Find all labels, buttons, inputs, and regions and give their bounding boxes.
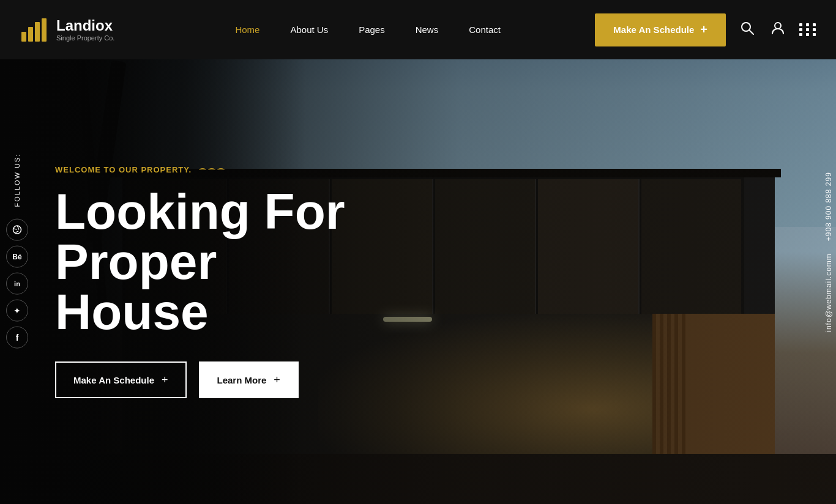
nav-home[interactable]: Home — [235, 24, 259, 35]
grid-dot — [806, 28, 809, 31]
social-facebook-icon[interactable]: f — [6, 326, 28, 348]
nav-news[interactable]: News — [416, 24, 439, 35]
email-address: info@webmail.comm — [821, 250, 836, 335]
hero-learn-label: Learn More — [217, 375, 267, 385]
header-right: Make An Schedule + — [595, 13, 818, 46]
hero-buttons: Make An Schedule + Learn More + — [55, 361, 345, 398]
header-cta-label: Make An Schedule — [613, 24, 694, 35]
logo-icon — [18, 15, 49, 45]
logo-text: Landiox Single Property Co. — [56, 18, 114, 41]
grid-dot — [799, 28, 802, 31]
svg-point-7 — [13, 226, 21, 234]
grid-dot — [813, 33, 816, 36]
grid-dot — [799, 23, 802, 26]
grid-dot — [806, 33, 809, 36]
grid-dot — [813, 28, 816, 31]
grid-icon-dots — [799, 23, 818, 36]
hero-title: Looking For Proper House — [55, 187, 345, 337]
tagline-text: WELCOME TO OUR PROPERTY. — [55, 165, 192, 174]
nav-about[interactable]: About Us — [290, 24, 328, 35]
hero-title-line3: House — [55, 284, 209, 339]
hero-text-block: WELCOME TO OUR PROPERTY. Looking For Pro… — [55, 165, 345, 398]
svg-rect-3 — [42, 18, 47, 42]
grid-dot — [806, 23, 809, 26]
grid-icon[interactable] — [799, 23, 818, 36]
svg-line-5 — [749, 30, 753, 34]
hero-learn-plus: + — [274, 374, 280, 387]
brand-name: Landiox — [56, 18, 114, 34]
hero-content: WELCOME TO OUR PROPERTY. Looking For Pro… — [0, 59, 836, 504]
grid-dot — [799, 33, 802, 36]
phone-number: +908 900 888 299 — [821, 169, 836, 244]
header: Landiox Single Property Co. Home About U… — [0, 0, 836, 59]
nav-pages[interactable]: Pages — [359, 24, 385, 35]
hero-schedule-button[interactable]: Make An Schedule + — [55, 361, 187, 398]
social-linkedin-icon[interactable]: in — [6, 272, 28, 294]
hero-learn-button[interactable]: Learn More + — [199, 361, 299, 398]
svg-rect-0 — [21, 32, 26, 42]
follow-label: Follow Us: — [13, 154, 21, 207]
svg-point-6 — [775, 23, 781, 29]
social-twitter-icon[interactable]: ✦ — [6, 299, 28, 321]
svg-rect-1 — [28, 27, 33, 42]
search-icon[interactable] — [738, 21, 756, 39]
svg-rect-2 — [35, 22, 40, 42]
logo-area: Landiox Single Property Co. — [18, 15, 141, 45]
brand-subtitle: Single Property Co. — [56, 34, 114, 42]
wave2 — [208, 168, 215, 172]
hero-tagline: WELCOME TO OUR PROPERTY. — [55, 165, 345, 174]
right-info-sidebar: +908 900 888 299 info@webmail.comm — [821, 169, 836, 335]
social-dribbble-icon[interactable] — [6, 218, 28, 240]
social-behance-icon[interactable]: Bé — [6, 245, 28, 267]
wave1 — [199, 168, 206, 172]
header-cta-plus: + — [700, 23, 707, 37]
hero-schedule-label: Make An Schedule — [73, 375, 154, 385]
tagline-decoration — [199, 168, 225, 172]
hero-title-line2: Proper — [55, 234, 217, 289]
user-icon[interactable] — [769, 21, 787, 39]
hero-schedule-plus: + — [162, 374, 168, 387]
nav-contact[interactable]: Contact — [469, 24, 501, 35]
grid-dot — [813, 23, 816, 26]
wave3 — [217, 168, 225, 172]
main-nav: Home About Us Pages News Contact — [141, 24, 595, 35]
hero-title-line1: Looking For — [55, 183, 345, 239]
header-cta-button[interactable]: Make An Schedule + — [595, 13, 726, 46]
social-sidebar: Follow Us: Bé in ✦ f — [0, 144, 34, 360]
